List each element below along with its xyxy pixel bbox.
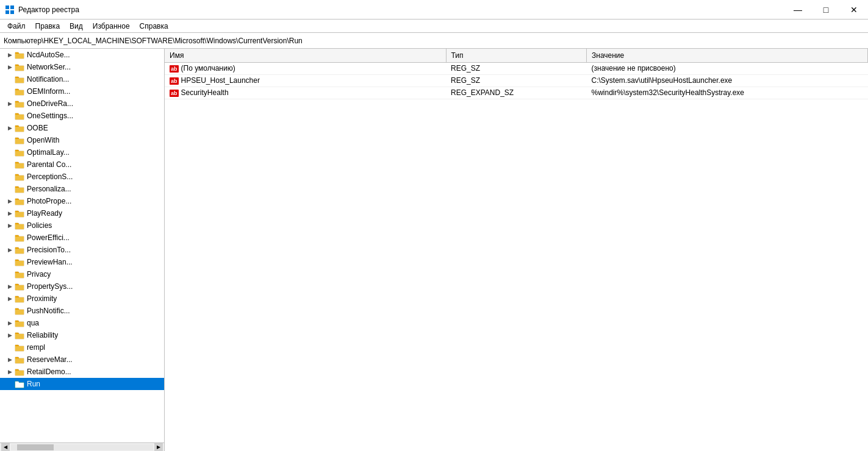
svg-rect-3 (10, 10, 14, 14)
table-row[interactable]: abHPSEU_Host_LauncherREG_SZC:\System.sav… (165, 74, 868, 87)
tree-scroll[interactable]: NcdAutoSe... NetworkSer... Notification.… (0, 49, 164, 442)
folder-icon (15, 294, 24, 303)
maximize-button[interactable]: □ (812, 0, 840, 20)
chevron-icon (5, 62, 15, 72)
col-header-name[interactable]: Имя (165, 49, 446, 62)
tree-item-optimallay[interactable]: OptimalLay... (0, 146, 164, 158)
tree-item-label: qua (27, 319, 39, 327)
tree-item-label: NetworkSer... (27, 63, 71, 71)
tree-item-onedrivera[interactable]: OneDriveRa... (0, 98, 164, 110)
tree-item-label: RetailDemo... (27, 368, 71, 376)
cell-value: C:\System.sav\util\HpseuHostLauncher.exe (587, 74, 868, 87)
tree-item-label: Personaliza... (27, 185, 71, 193)
tree-item-notification[interactable]: Notification... (0, 73, 164, 85)
tree-item-precisionto[interactable]: PrecisionTo... (0, 244, 164, 256)
reg-ab-icon: ab (170, 90, 179, 97)
menu-item-справка[interactable]: Справка (135, 21, 173, 32)
tree-item-openwith[interactable]: OpenWith (0, 134, 164, 146)
tree-item-label: Run (27, 380, 40, 388)
tree-item-label: OptimalLay... (27, 148, 70, 157)
folder-icon (15, 124, 24, 132)
menu-item-файл[interactable]: Файл (2, 21, 30, 32)
tree-item-propertysys[interactable]: PropertySys... (0, 280, 164, 293)
tree-item-label: ReserveMar... (27, 355, 73, 364)
tree-item-label: OpenWith (27, 136, 59, 144)
tree-item-label: Proximity (27, 294, 57, 303)
chevron-icon (5, 294, 15, 304)
svg-rect-10 (15, 127, 24, 132)
tree-item-policies[interactable]: Policies (0, 219, 164, 232)
svg-rect-18 (15, 224, 24, 229)
menu-item-вид[interactable]: Вид (65, 21, 88, 32)
tree-item-reliability[interactable]: Reliability (0, 329, 164, 341)
tree-item-onesettings[interactable]: OneSettings... (0, 110, 164, 122)
svg-rect-30 (15, 371, 24, 375)
tree-item-label: OneDriveRa... (27, 99, 73, 108)
tree-item-label: PrecisionTo... (27, 246, 71, 254)
menu-item-избранное[interactable]: Избранное (88, 21, 135, 32)
tree-item-pushnotific[interactable]: PushNotific... (0, 305, 164, 317)
tree-item-personaliza[interactable]: Personaliza... (0, 183, 164, 195)
hscroll-inner: ◀ ▶ (1, 443, 163, 452)
svg-rect-15 (15, 188, 24, 193)
tree-item-label: PlayReady (27, 209, 62, 218)
minimize-button[interactable]: — (784, 0, 812, 20)
reg-ab-icon: ab (170, 65, 179, 73)
close-button[interactable]: ✕ (840, 0, 868, 20)
chevron-icon (5, 196, 15, 206)
svg-rect-13 (15, 163, 24, 168)
folder-icon (15, 355, 24, 364)
chevron-icon (5, 282, 15, 291)
title-bar-controls: — □ ✕ (784, 0, 868, 20)
tree-item-oobe[interactable]: OOBE (0, 122, 164, 134)
tree-item-run[interactable]: Run (0, 378, 164, 390)
app-icon (5, 5, 15, 15)
folder-icon (15, 258, 24, 266)
tree-item-playready[interactable]: PlayReady (0, 207, 164, 219)
tree-item-label: OneSettings... (27, 112, 73, 120)
table-row[interactable]: ab(По умолчанию)REG_SZ(значение не присв… (165, 62, 868, 74)
svg-rect-8 (15, 102, 24, 107)
tree-item-photoprope[interactable]: PhotoPrope... (0, 195, 164, 207)
svg-rect-27 (15, 334, 24, 339)
svg-rect-2 (5, 10, 9, 14)
folder-icon (15, 75, 24, 83)
cell-type: REG_EXPAND_SZ (446, 87, 587, 99)
tree-panel: NcdAutoSe... NetworkSer... Notification.… (0, 49, 165, 451)
tree-item-reservemar[interactable]: ReserveMar... (0, 353, 164, 366)
menu-item-правка[interactable]: Правка (30, 21, 65, 32)
tree-item-label: Policies (27, 221, 52, 230)
table-row[interactable]: abSecurityHealthREG_EXPAND_SZ%windir%\sy… (165, 87, 868, 99)
tree-item-retaildemo[interactable]: RetailDemo... (0, 366, 164, 378)
tree-item-label: Notification... (27, 75, 69, 83)
hscroll-right[interactable]: ▶ (154, 443, 163, 452)
svg-rect-5 (15, 66, 24, 71)
col-header-value[interactable]: Значение (587, 49, 868, 62)
tree-item-label: Reliability (27, 331, 58, 339)
folder-icon (15, 343, 24, 352)
hscroll-track[interactable] (11, 444, 153, 450)
folder-icon (15, 87, 24, 96)
tree-item-powereffici[interactable]: PowerEffici... (0, 232, 164, 244)
hscroll-left[interactable]: ◀ (1, 443, 10, 452)
folder-icon (15, 221, 24, 230)
chevron-icon (5, 50, 15, 60)
cell-type: REG_SZ (446, 62, 587, 74)
tree-item-oeminform[interactable]: OEMInform... (0, 85, 164, 98)
tree-item-ncdautose[interactable]: NcdAutoSe... (0, 49, 164, 61)
tree-item-previewhan[interactable]: PreviewHan... (0, 256, 164, 268)
folder-icon (15, 307, 24, 315)
tree-item-perceptions[interactable]: PerceptionS... (0, 171, 164, 183)
tree-item-rempl[interactable]: rempl (0, 341, 164, 353)
tree-item-qua[interactable]: qua (0, 317, 164, 329)
tree-item-proximity[interactable]: Proximity (0, 293, 164, 305)
tree-item-privacy[interactable]: Privacy (0, 268, 164, 280)
folder-icon (15, 282, 24, 291)
tree-item-networkser[interactable]: NetworkSer... (0, 61, 164, 73)
folder-icon (15, 246, 24, 254)
tree-item-parentalco[interactable]: Parental Co... (0, 158, 164, 171)
tree-item-label: Parental Co... (27, 160, 71, 169)
folder-icon (15, 51, 24, 59)
folder-icon (15, 185, 24, 193)
col-header-type[interactable]: Тип (446, 49, 587, 62)
